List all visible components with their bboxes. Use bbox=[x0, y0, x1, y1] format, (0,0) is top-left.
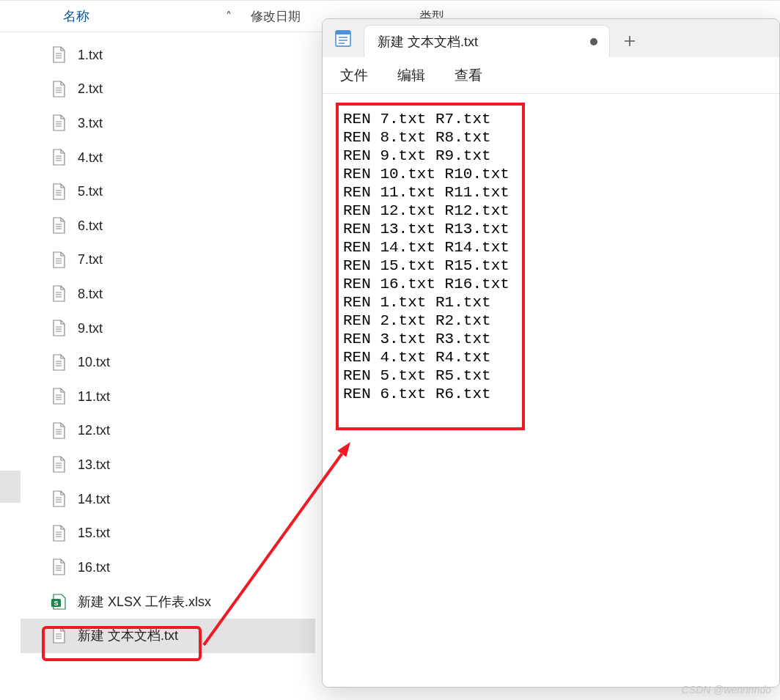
file-row[interactable]: 新建 文本文档.txt bbox=[21, 619, 315, 653]
file-name-label: 10.txt bbox=[78, 355, 110, 370]
txt-file-icon bbox=[50, 387, 67, 406]
sort-indicator-icon: ˄ bbox=[220, 10, 238, 23]
new-tab-button[interactable] bbox=[610, 25, 650, 57]
notepad-tab[interactable]: 新建 文本文档.txt bbox=[364, 25, 610, 57]
file-name-label: 16.txt bbox=[78, 560, 110, 575]
txt-file-icon bbox=[50, 626, 67, 645]
file-name-label: 12.txt bbox=[78, 423, 110, 438]
file-name-label: 6.txt bbox=[78, 218, 103, 234]
file-row[interactable]: 10.txt bbox=[21, 345, 315, 380]
file-name-label: 新建 文本文档.txt bbox=[78, 627, 178, 644]
file-row[interactable]: 11.txt bbox=[21, 380, 315, 414]
notepad-window: 新建 文本文档.txt 文件 编辑 查看 REN 7.txt R7.txt RE… bbox=[322, 18, 780, 688]
txt-file-icon bbox=[50, 353, 67, 372]
notepad-tabstrip: 新建 文本文档.txt bbox=[323, 19, 779, 57]
modified-indicator-icon bbox=[590, 38, 597, 45]
notepad-app-icon bbox=[323, 19, 364, 57]
watermark-text: CSDN @wennnndo bbox=[682, 684, 771, 696]
file-name-label: 9.txt bbox=[78, 321, 103, 336]
xlsx-file-icon: S bbox=[50, 592, 67, 611]
txt-file-icon bbox=[50, 284, 67, 303]
notepad-menubar: 文件 编辑 查看 bbox=[323, 57, 779, 94]
file-row[interactable]: 1.txt bbox=[21, 38, 315, 73]
txt-file-icon bbox=[50, 490, 67, 509]
txt-file-icon bbox=[50, 319, 67, 338]
file-list: 1.txt2.txt3.txt4.txt5.txt6.txt7.txt8.txt… bbox=[21, 38, 315, 653]
notepad-editor-area[interactable]: REN 7.txt R7.txt REN 8.txt R8.txt REN 9.… bbox=[323, 94, 779, 687]
file-row[interactable]: S新建 XLSX 工作表.xlsx bbox=[21, 585, 315, 619]
plus-icon bbox=[623, 34, 636, 48]
file-name-label: 5.txt bbox=[78, 184, 103, 199]
menu-file[interactable]: 文件 bbox=[340, 66, 368, 85]
menu-edit[interactable]: 编辑 bbox=[397, 66, 425, 85]
menu-view[interactable]: 查看 bbox=[455, 66, 482, 85]
file-name-label: 13.txt bbox=[78, 457, 110, 473]
file-name-label: 1.txt bbox=[78, 48, 103, 63]
txt-file-icon bbox=[50, 114, 67, 133]
file-name-label: 新建 XLSX 工作表.xlsx bbox=[78, 593, 211, 611]
file-name-label: 4.txt bbox=[78, 150, 103, 166]
notepad-text-content[interactable]: REN 7.txt R7.txt REN 8.txt R8.txt REN 9.… bbox=[330, 100, 772, 413]
txt-file-icon bbox=[50, 455, 67, 474]
file-name-label: 14.txt bbox=[78, 492, 110, 507]
txt-file-icon bbox=[50, 421, 67, 441]
txt-file-icon bbox=[50, 183, 67, 202]
file-row[interactable]: 7.txt bbox=[21, 243, 315, 278]
file-row[interactable]: 14.txt bbox=[21, 482, 315, 517]
file-row[interactable]: 4.txt bbox=[21, 141, 315, 175]
txt-file-icon bbox=[50, 251, 67, 270]
file-row[interactable]: 6.txt bbox=[21, 209, 315, 243]
svg-text:S: S bbox=[54, 600, 58, 607]
file-name-label: 2.txt bbox=[78, 81, 103, 97]
txt-file-icon bbox=[50, 80, 67, 99]
file-row[interactable]: 16.txt bbox=[21, 550, 315, 585]
file-row[interactable]: 3.txt bbox=[21, 106, 315, 141]
explorer-left-gutter bbox=[0, 32, 21, 700]
txt-file-icon bbox=[50, 524, 67, 543]
file-row[interactable]: 8.txt bbox=[21, 277, 315, 312]
file-row[interactable]: 12.txt bbox=[21, 414, 315, 449]
file-row[interactable]: 5.txt bbox=[21, 174, 315, 209]
txt-file-icon bbox=[50, 148, 67, 167]
file-name-label: 15.txt bbox=[78, 526, 110, 541]
svg-rect-54 bbox=[336, 31, 350, 34]
file-row[interactable]: 13.txt bbox=[21, 448, 315, 482]
file-name-label: 3.txt bbox=[78, 116, 103, 131]
file-row[interactable]: 2.txt bbox=[21, 73, 315, 107]
file-row[interactable]: 15.txt bbox=[21, 516, 315, 550]
file-name-label: 11.txt bbox=[78, 389, 110, 405]
txt-file-icon bbox=[50, 558, 67, 577]
file-name-label: 7.txt bbox=[78, 252, 103, 268]
column-header-name[interactable]: 名称 bbox=[0, 7, 220, 25]
notepad-tab-title: 新建 文本文档.txt bbox=[378, 33, 580, 51]
file-name-label: 8.txt bbox=[78, 287, 103, 302]
txt-file-icon bbox=[50, 216, 67, 235]
txt-file-icon bbox=[50, 45, 67, 65]
file-row[interactable]: 9.txt bbox=[21, 312, 315, 346]
